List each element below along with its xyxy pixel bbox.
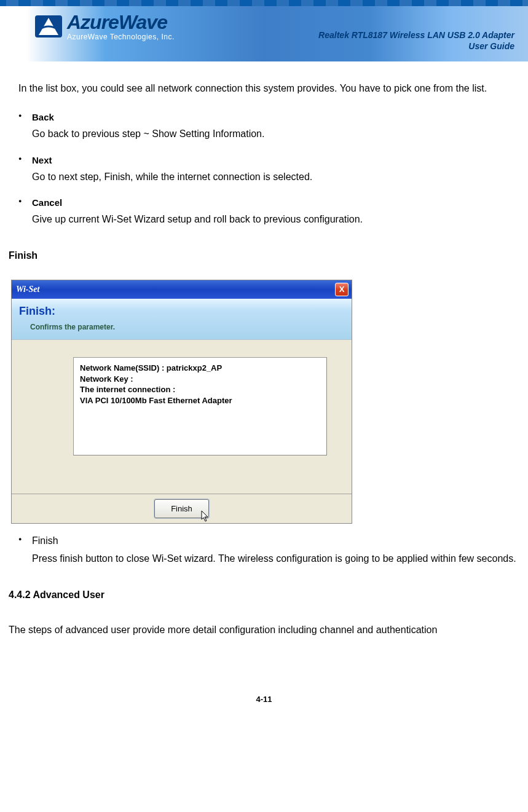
azurewave-logo-icon xyxy=(34,12,63,41)
header-title-line1: Realtek RTL8187 Wireless LAN USB 2.0 Ada… xyxy=(318,30,514,41)
cursor-icon xyxy=(201,510,211,522)
item-desc-finish: Press finish button to close Wi-Set wiza… xyxy=(32,550,519,568)
list-item: Next Go to next step, Finish, while the … xyxy=(18,152,519,186)
header-banner: AzureWave AzureWave Technologies, Inc. R… xyxy=(0,0,528,61)
wiset-dialog: Wi-Set X Finish: Confirms the parameter.… xyxy=(11,280,352,524)
logo-text: AzureWave xyxy=(67,11,175,34)
header-title: Realtek RTL8187 Wireless LAN USB 2.0 Ada… xyxy=(318,30,514,52)
item-title-finish: Finish xyxy=(32,532,519,550)
finish-button-label: Finish xyxy=(171,504,192,513)
list-item: Back Go back to previous step ~ Show Set… xyxy=(18,109,519,143)
item-desc-cancel: Give up current Wi-Set Wizard setup and … xyxy=(32,211,519,229)
summary-ssid: Network Name(SSID) : patrickxp2_AP xyxy=(80,363,320,374)
dialog-subheader-desc: Confirms the parameter. xyxy=(19,321,344,334)
finish-description-list: Finish Press finish button to close Wi-S… xyxy=(18,532,519,568)
item-title-cancel: Cancel xyxy=(32,194,519,211)
page-number: 4-11 xyxy=(0,688,528,716)
list-item: Cancel Give up current Wi-Set Wizard set… xyxy=(18,194,519,229)
dialog-title: Wi-Set xyxy=(15,282,335,297)
intro-paragraph: In the list box, you could see all netwo… xyxy=(18,80,519,98)
header-title-line2: User Guide xyxy=(318,41,514,52)
button-description-list: Back Go back to previous step ~ Show Set… xyxy=(18,109,519,229)
summary-key: Network Key : xyxy=(80,374,320,385)
item-title-next: Next xyxy=(32,152,519,168)
summary-connection: The internet connection : xyxy=(80,384,320,395)
close-button[interactable]: X xyxy=(335,283,349,296)
logo-subtext: AzureWave Technologies, Inc. xyxy=(67,33,175,41)
item-desc-back: Go back to previous step ~ Show Setting … xyxy=(32,125,519,143)
dialog-summary-box: Network Name(SSID) : patrickxp2_AP Netwo… xyxy=(73,357,327,455)
close-icon: X xyxy=(339,282,345,296)
dialog-body: Network Name(SSID) : patrickxp2_AP Netwo… xyxy=(12,340,352,494)
dialog-subheader: Finish: Confirms the parameter. xyxy=(12,299,352,340)
body-paragraph: The steps of advanced user provide more … xyxy=(9,621,519,639)
dialog-titlebar: Wi-Set X xyxy=(12,280,352,299)
item-desc-next: Go to next step, Finish, while the inter… xyxy=(32,168,519,186)
subsection-heading: 4.4.2 Advanced User xyxy=(9,586,519,604)
section-heading-finish: Finish xyxy=(9,247,519,265)
list-item: Finish Press finish button to close Wi-S… xyxy=(18,532,519,568)
dialog-footer: Finish xyxy=(12,494,352,523)
logo: AzureWave AzureWave Technologies, Inc. xyxy=(34,11,175,41)
dialog-subheader-title: Finish: xyxy=(19,301,344,321)
finish-button[interactable]: Finish xyxy=(154,499,209,518)
page-content: In the list box, you could see all netwo… xyxy=(0,61,528,688)
item-title-back: Back xyxy=(32,109,519,125)
summary-adapter: VIA PCI 10/100Mb Fast Ethernet Adapter xyxy=(80,395,320,406)
